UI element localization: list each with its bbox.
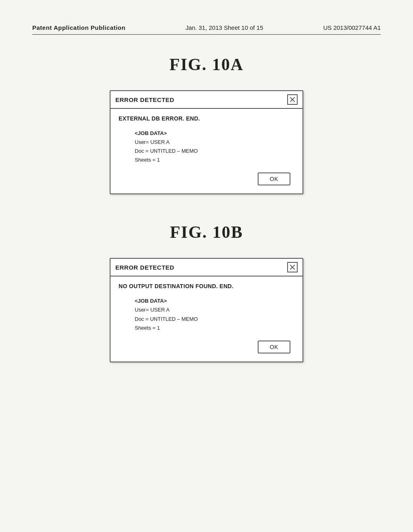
header-publication-label: Patent Application Publication [32,24,125,31]
dialog-10b-body: NO OUTPUT DESTINATION FOUND. END. <JOB D… [111,276,302,361]
figure-10b-dialog-wrapper: ERROR DETECTED NO OUTPUT DESTINATION FOU… [32,258,381,362]
page: Patent Application Publication Jan. 31, … [0,0,413,532]
dialog-10b-titlebar: ERROR DETECTED [111,259,302,276]
dialog-10a-titlebar: ERROR DETECTED [111,91,302,109]
dialog-10b-user-line: User= USER A [135,305,294,314]
figure-10a-dialog-wrapper: ERROR DETECTED EXTERNAL DB ERROR. END. <… [32,90,381,194]
page-header: Patent Application Publication Jan. 31, … [32,24,381,35]
figure-10b-section: FIG. 10B ERROR DETECTED NO OUTPUT DESTIN… [32,222,381,362]
header-patent-number: US 2013/0027744 A1 [323,24,381,31]
dialog-10a-sheets-line: Sheets = 1 [135,156,294,164]
dialog-10b-job-data-label: <JOB DATA> [135,297,294,305]
dialog-10a: ERROR DETECTED EXTERNAL DB ERROR. END. <… [110,90,303,194]
figure-10a-section: FIG. 10A ERROR DETECTED EXTERNAL DB ERRO… [32,55,381,194]
dialog-10a-user-line: User= USER A [135,138,294,147]
figure-10a-title: FIG. 10A [32,55,381,74]
dialog-10a-job-data-label: <JOB DATA> [135,129,294,138]
dialog-10b-doc-line: Doc = UNTITLED – MEMO [135,315,294,324]
dialog-10a-job-data: <JOB DATA> User= USER A Doc = UNTITLED –… [135,129,294,164]
dialog-10a-close-button[interactable] [287,94,298,105]
dialog-10a-doc-line: Doc = UNTITLED – MEMO [135,147,294,156]
dialog-10a-error-message: EXTERNAL DB ERROR. END. [119,115,294,122]
dialog-10b-close-button[interactable] [287,262,298,272]
dialog-10a-title-text: ERROR DETECTED [115,96,174,103]
figure-10b-title: FIG. 10B [32,222,381,242]
dialog-10b-ok-button[interactable]: OK [258,341,290,353]
dialog-10b-error-message: NO OUTPUT DESTINATION FOUND. END. [119,283,294,289]
header-date-sheet: Jan. 31, 2013 Sheet 10 of 15 [186,24,263,31]
dialog-10a-footer: OK [119,172,294,185]
dialog-10a-body: EXTERNAL DB ERROR. END. <JOB DATA> User=… [111,109,302,193]
dialog-10b-sheets-line: Sheets = 1 [135,324,294,332]
dialog-10a-ok-button[interactable]: OK [258,172,290,185]
dialog-10b-footer: OK [119,341,294,353]
dialog-10b-job-data: <JOB DATA> User= USER A Doc = UNTITLED –… [135,297,294,332]
dialog-10b: ERROR DETECTED NO OUTPUT DESTINATION FOU… [110,258,303,362]
dialog-10b-title-text: ERROR DETECTED [115,264,174,271]
